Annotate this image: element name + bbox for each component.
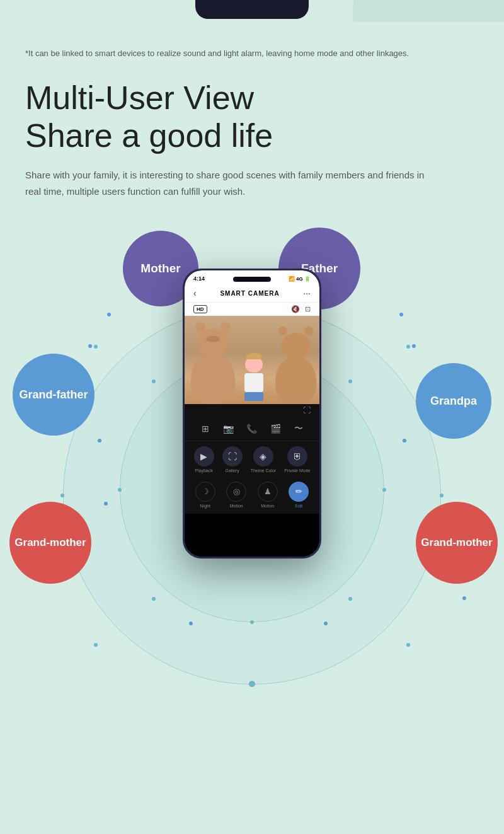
edit-icon: ✏ xyxy=(289,482,309,502)
gallery-menu-item[interactable]: ⛶ Gallery xyxy=(222,446,243,473)
motion2-menu-item[interactable]: ♟ Motion xyxy=(258,482,278,509)
decorative-dot-6 xyxy=(412,344,416,348)
phone-time: 4:14 xyxy=(193,275,205,282)
grandmother-left-bubble: Grand-mother xyxy=(9,502,91,584)
playback-menu-item[interactable]: ▶ Playback xyxy=(194,446,214,473)
motion1-menu-item[interactable]: ◎ Motion xyxy=(226,482,246,509)
phone-notch xyxy=(233,277,271,282)
motion1-icon: ◎ xyxy=(226,482,246,502)
teddy-scene xyxy=(185,316,319,404)
phone-signal: 📶 4G 🔋 xyxy=(289,276,311,282)
main-title: Multi-User View Share a good life xyxy=(25,79,479,155)
grandpa-bubble: Grandpa xyxy=(416,363,491,439)
phone-screen: 4:14 ▸ 📶 4G 🔋 ‹ SMART CAMERA ··· HD 🔇 ⊡ xyxy=(185,270,319,557)
edit-menu-item[interactable]: ✏ Edit xyxy=(289,482,309,509)
visual-section: Mother Father Grand-father Grandpa Grand… xyxy=(0,218,504,735)
night-label: Night xyxy=(200,504,210,509)
nav-title: SMART CAMERA xyxy=(220,290,279,297)
bottom-section xyxy=(0,735,504,798)
header-section: *It can be linked to smart devices to re… xyxy=(0,22,504,212)
menu-row-1: ▶ Playback ⛶ Gallery ◈ Theme Color ⛨ Pri… xyxy=(185,441,319,478)
theme-color-icon: ◈ xyxy=(253,446,273,466)
gallery-icon: ⛶ xyxy=(222,446,243,466)
wave-icon[interactable]: 〜 xyxy=(292,422,306,436)
phone-toolbar: HD 🔇 ⊡ xyxy=(185,303,319,316)
grandfather-bubble: Grand-father xyxy=(13,354,94,436)
playback-label: Playback xyxy=(195,468,212,473)
phone-mockup: 4:14 ▸ 📶 4G 🔋 ‹ SMART CAMERA ··· HD 🔇 ⊡ xyxy=(183,269,321,559)
description-text: Share with your family, it is interestin… xyxy=(25,167,441,199)
phone-nav-bar: ‹ SMART CAMERA ··· xyxy=(185,284,319,303)
gallery-label: Gallery xyxy=(226,468,239,473)
private-mode-icon: ⛨ xyxy=(287,446,307,466)
camera-feed xyxy=(185,316,319,404)
camera-icon[interactable]: 📷 xyxy=(222,422,236,436)
edit-label: Edit xyxy=(295,504,302,509)
night-icon: ☽ xyxy=(195,482,215,502)
fullscreen-icon[interactable]: ⊡ xyxy=(305,305,311,313)
decorative-dot-2 xyxy=(88,344,92,348)
mute-icon[interactable]: 🔇 xyxy=(291,305,300,313)
decorative-dot-9 xyxy=(462,596,466,600)
private-mode-menu-item[interactable]: ⛨ Private Mode xyxy=(284,446,310,473)
night-menu-item[interactable]: ☽ Night xyxy=(195,482,215,509)
theme-color-menu-item[interactable]: ◈ Theme Color xyxy=(251,446,276,473)
theme-color-label: Theme Color xyxy=(251,468,276,473)
action-row: ⊞ 📷 📞 🎬 〜 xyxy=(185,417,319,441)
grandmother-right-bubble: Grand-mother xyxy=(416,502,498,584)
expand-icon-row: ⛶ xyxy=(185,404,319,417)
playback-icon: ▶ xyxy=(194,446,214,466)
expand-icon[interactable]: ⛶ xyxy=(303,406,311,415)
decorative-dot-1 xyxy=(107,313,111,316)
phone-icon[interactable]: 📞 xyxy=(245,422,259,436)
decorative-dot-5 xyxy=(399,313,403,316)
motion2-label: Motion xyxy=(261,504,274,509)
disclaimer-text: *It can be linked to smart devices to re… xyxy=(25,47,479,61)
video-icon[interactable]: 🎬 xyxy=(268,422,282,436)
hd-badge: HD xyxy=(193,305,207,313)
more-options-button[interactable]: ··· xyxy=(303,288,311,298)
back-button[interactable]: ‹ xyxy=(193,288,197,298)
private-mode-label: Private Mode xyxy=(284,468,310,473)
motion2-icon: ♟ xyxy=(258,482,278,502)
crop-icon[interactable]: ⊞ xyxy=(198,422,212,436)
motion1-label: Motion xyxy=(230,504,243,509)
toolbar-icons: 🔇 ⊡ xyxy=(291,305,311,313)
menu-row-2: ☽ Night ◎ Motion ♟ Motion ✏ Edit xyxy=(185,479,319,514)
